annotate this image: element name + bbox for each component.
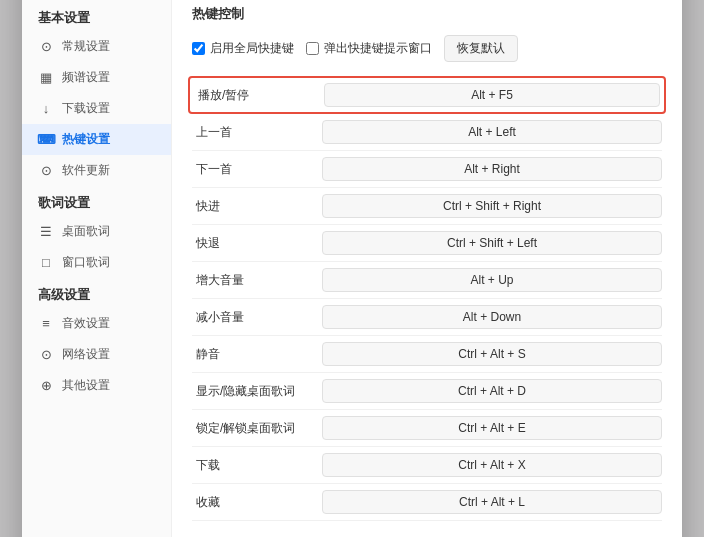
hotkey-row-favorite: 收藏Ctrl + Alt + L bbox=[192, 484, 662, 521]
sidebar-item-effects[interactable]: ≡音效设置 bbox=[22, 308, 171, 339]
hotkey-value-volume-up[interactable]: Alt + Up bbox=[322, 268, 662, 292]
hotkey-value-fast-forward[interactable]: Ctrl + Shift + Right bbox=[322, 194, 662, 218]
sidebar-item-desktop-lyrics[interactable]: ☰桌面歌词 bbox=[22, 216, 171, 247]
sidebar-item-update[interactable]: ⊙软件更新 bbox=[22, 155, 171, 186]
hotkey-value-download[interactable]: Ctrl + Alt + X bbox=[322, 453, 662, 477]
sidebar-item-frequency[interactable]: ▦频谱设置 bbox=[22, 62, 171, 93]
sidebar-item-label: 软件更新 bbox=[62, 162, 110, 179]
hotkey-controls: 启用全局快捷键 弹出快捷键提示窗口 恢复默认 bbox=[192, 35, 662, 62]
sidebar-section-title: 高级设置 bbox=[22, 278, 171, 308]
sidebar-item-download[interactable]: ↓下载设置 bbox=[22, 93, 171, 124]
hotkey-label-next: 下一首 bbox=[192, 161, 322, 178]
hotkey-label-volume-up: 增大音量 bbox=[192, 272, 322, 289]
hotkey-value-show-desktop-lyrics[interactable]: Ctrl + Alt + D bbox=[322, 379, 662, 403]
hotkey-value-play-pause[interactable]: Alt + F5 bbox=[324, 83, 660, 107]
hotkey-label-favorite: 收藏 bbox=[192, 494, 322, 511]
popup-hotkey-input[interactable] bbox=[306, 42, 319, 55]
sidebar-section-title: 基本设置 bbox=[22, 1, 171, 31]
sidebar-item-label: 频谱设置 bbox=[62, 69, 110, 86]
hotkey-label-prev: 上一首 bbox=[192, 124, 322, 141]
hotkey-row-volume-up: 增大音量Alt + Up bbox=[192, 262, 662, 299]
sidebar-item-label: 常规设置 bbox=[62, 38, 110, 55]
download-icon: ↓ bbox=[38, 101, 54, 117]
sidebar-item-label: 热键设置 bbox=[62, 131, 110, 148]
hotkey-row-mute: 静音Ctrl + Alt + S bbox=[192, 336, 662, 373]
hotkey-label-mute: 静音 bbox=[192, 346, 322, 363]
global-hotkey-checkbox[interactable]: 启用全局快捷键 bbox=[192, 40, 294, 57]
general-icon: ⊙ bbox=[38, 39, 54, 55]
hotkey-icon: ⌨ bbox=[38, 132, 54, 148]
hotkey-label-fast-rewind: 快退 bbox=[192, 235, 322, 252]
sidebar-item-label: 其他设置 bbox=[62, 377, 110, 394]
restore-default-button[interactable]: 恢复默认 bbox=[444, 35, 518, 62]
hotkey-row-prev: 上一首Alt + Left bbox=[192, 114, 662, 151]
hotkey-row-fast-forward: 快进Ctrl + Shift + Right bbox=[192, 188, 662, 225]
hotkey-row-next: 下一首Alt + Right bbox=[192, 151, 662, 188]
hotkey-value-favorite[interactable]: Ctrl + Alt + L bbox=[322, 490, 662, 514]
sidebar-item-hotkey[interactable]: ⌨热键设置 bbox=[22, 124, 171, 155]
hotkey-row-volume-down: 减小音量Alt + Down bbox=[192, 299, 662, 336]
global-hotkey-input[interactable] bbox=[192, 42, 205, 55]
frequency-icon: ▦ bbox=[38, 70, 54, 86]
hotkey-value-lock-desktop-lyrics[interactable]: Ctrl + Alt + E bbox=[322, 416, 662, 440]
sidebar-item-label: 下载设置 bbox=[62, 100, 110, 117]
effects-icon: ≡ bbox=[38, 316, 54, 332]
other-icon: ⊕ bbox=[38, 378, 54, 394]
settings-dialog: 选项设置 ✕ 基本设置⊙常规设置▦频谱设置↓下载设置⌨热键设置⊙软件更新歌词设置… bbox=[22, 0, 682, 537]
hotkey-label-fast-forward: 快进 bbox=[192, 198, 322, 215]
hotkey-value-next[interactable]: Alt + Right bbox=[322, 157, 662, 181]
hotkey-row-show-desktop-lyrics: 显示/隐藏桌面歌词Ctrl + Alt + D bbox=[192, 373, 662, 410]
hotkey-row-lock-desktop-lyrics: 锁定/解锁桌面歌词Ctrl + Alt + E bbox=[192, 410, 662, 447]
hotkey-row-download: 下载Ctrl + Alt + X bbox=[192, 447, 662, 484]
hotkey-value-fast-rewind[interactable]: Ctrl + Shift + Left bbox=[322, 231, 662, 255]
hotkey-label-play-pause: 播放/暂停 bbox=[194, 87, 324, 104]
hotkey-row-fast-rewind: 快退Ctrl + Shift + Left bbox=[192, 225, 662, 262]
update-icon: ⊙ bbox=[38, 163, 54, 179]
hotkey-value-mute[interactable]: Ctrl + Alt + S bbox=[322, 342, 662, 366]
dialog-body: 基本设置⊙常规设置▦频谱设置↓下载设置⌨热键设置⊙软件更新歌词设置☰桌面歌词□窗… bbox=[22, 0, 682, 537]
sidebar-item-network[interactable]: ⊙网络设置 bbox=[22, 339, 171, 370]
hotkey-label-show-desktop-lyrics: 显示/隐藏桌面歌词 bbox=[192, 383, 322, 400]
popup-hotkey-checkbox[interactable]: 弹出快捷键提示窗口 bbox=[306, 40, 432, 57]
hotkey-value-volume-down[interactable]: Alt + Down bbox=[322, 305, 662, 329]
hotkey-label-download: 下载 bbox=[192, 457, 322, 474]
sidebar-item-general[interactable]: ⊙常规设置 bbox=[22, 31, 171, 62]
sidebar-item-other[interactable]: ⊕其他设置 bbox=[22, 370, 171, 401]
sidebar-item-label: 桌面歌词 bbox=[62, 223, 110, 240]
sidebar: 基本设置⊙常规设置▦频谱设置↓下载设置⌨热键设置⊙软件更新歌词设置☰桌面歌词□窗… bbox=[22, 0, 172, 537]
window-lyrics-icon: □ bbox=[38, 255, 54, 271]
content-area: 热键控制 启用全局快捷键 弹出快捷键提示窗口 恢复默认 播放/暂停Alt + F… bbox=[172, 0, 682, 537]
sidebar-item-label: 窗口歌词 bbox=[62, 254, 110, 271]
hotkey-label-lock-desktop-lyrics: 锁定/解锁桌面歌词 bbox=[192, 420, 322, 437]
sidebar-section-title: 歌词设置 bbox=[22, 186, 171, 216]
hotkey-row-play-pause: 播放/暂停Alt + F5 bbox=[188, 76, 666, 114]
sidebar-item-window-lyrics[interactable]: □窗口歌词 bbox=[22, 247, 171, 278]
sidebar-item-label: 网络设置 bbox=[62, 346, 110, 363]
section-title: 热键控制 bbox=[192, 5, 662, 23]
desktop-lyrics-icon: ☰ bbox=[38, 224, 54, 240]
network-icon: ⊙ bbox=[38, 347, 54, 363]
hotkey-value-prev[interactable]: Alt + Left bbox=[322, 120, 662, 144]
sidebar-item-label: 音效设置 bbox=[62, 315, 110, 332]
hotkey-list: 播放/暂停Alt + F5上一首Alt + Left下一首Alt + Right… bbox=[192, 76, 662, 521]
hotkey-label-volume-down: 减小音量 bbox=[192, 309, 322, 326]
